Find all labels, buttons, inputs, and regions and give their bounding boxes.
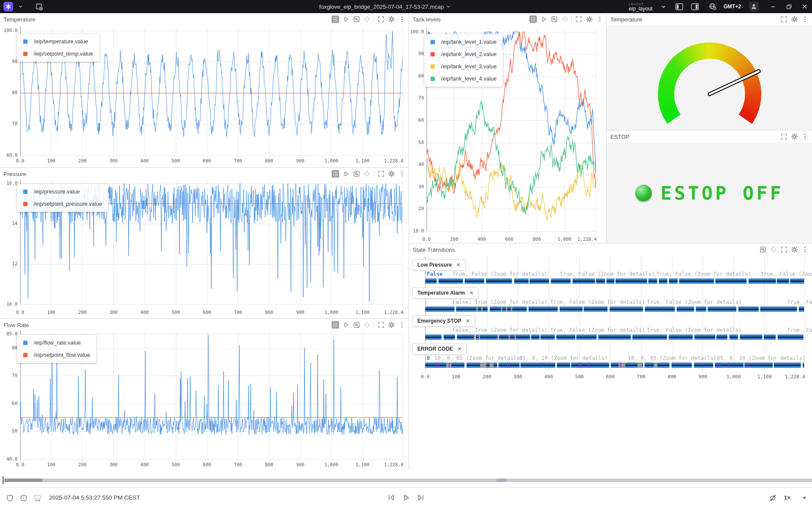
zoom-box-icon[interactable]: [550, 16, 558, 23]
play-icon[interactable]: [342, 16, 350, 23]
add-panel-icon[interactable]: [34, 2, 44, 11]
gear-icon[interactable]: [388, 16, 395, 23]
fullscreen-icon[interactable]: [780, 16, 788, 23]
legend-flow-rate: /eip/flow_rate.value/eip/setpoint_flow.v…: [17, 335, 96, 363]
gear-icon[interactable]: [388, 170, 395, 178]
more-icon[interactable]: [398, 321, 406, 329]
chip-close-icon[interactable]: ✕: [457, 347, 462, 351]
chip-close-icon[interactable]: ✕: [469, 291, 474, 295]
data-integrity-shield-icon[interactable]: [5, 493, 14, 502]
state-row-chip-label: Low Pressure: [417, 262, 452, 268]
legend-item[interactable]: /eip/setpoint_pressure.value: [17, 198, 108, 210]
top-bar: foxglove_eip_bridge_2025-07-04_17-53-27.…: [0, 0, 812, 13]
data-source-title[interactable]: foxglove_eip_bridge_2025-07-04_17-53-27.…: [319, 4, 444, 10]
chip-close-icon[interactable]: ✕: [466, 319, 470, 323]
state-transitions-chart[interactable]: [409, 243, 812, 469]
gear-icon[interactable]: [791, 133, 798, 141]
legend-item[interactable]: /eip/tank_level_1.value: [424, 36, 503, 48]
legend-item-label: /eip/tank_level_4.value: [441, 76, 497, 82]
seek-to-end-button[interactable]: [416, 493, 425, 502]
legend-item[interactable]: /eip/setpoint_temp.value: [17, 48, 99, 60]
gear-icon[interactable]: [585, 16, 593, 23]
series-color-swatch: [430, 64, 435, 69]
legend-temperature: /eip/temperature.value/eip/setpoint_temp…: [17, 34, 99, 62]
panel-title: Tank levels: [413, 16, 441, 23]
gear-icon[interactable]: [791, 246, 798, 254]
user-account-icon[interactable]: [749, 2, 759, 11]
more-icon[interactable]: [398, 170, 406, 178]
fullscreen-icon[interactable]: [377, 170, 385, 178]
legend-item[interactable]: /eip/pressure.value: [17, 186, 108, 198]
legend-item-label: /eip/setpoint_flow.value: [34, 352, 90, 358]
more-icon[interactable]: [801, 246, 808, 254]
close-window-icon[interactable]: [800, 2, 809, 11]
minimize-window-icon[interactable]: [768, 2, 778, 11]
legend-list-icon[interactable]: [332, 170, 339, 178]
zoom-box-icon[interactable]: [353, 16, 360, 23]
app-menu-chevron-icon[interactable]: [16, 2, 25, 11]
gear-icon[interactable]: [791, 16, 798, 23]
crosshair-icon[interactable]: [770, 246, 777, 254]
playback-speed[interactable]: 1×: [784, 488, 791, 507]
more-icon[interactable]: [596, 16, 603, 23]
timezone-globe-icon[interactable]: [708, 2, 718, 11]
restore-window-icon[interactable]: [784, 2, 794, 11]
crosshair-icon[interactable]: [561, 16, 568, 23]
info-icon[interactable]: [19, 493, 28, 502]
play-icon[interactable]: [342, 321, 350, 329]
more-icon[interactable]: [801, 16, 808, 23]
more-icon[interactable]: [801, 133, 808, 141]
timezone-label[interactable]: GMT+2: [724, 4, 741, 10]
loop-playback-off-icon[interactable]: [768, 493, 777, 502]
play-icon[interactable]: [540, 16, 547, 23]
current-timestamp[interactable]: 2025-07-04 5:53:27.550 PM CEST: [49, 488, 140, 507]
zoom-box-icon[interactable]: [353, 321, 360, 329]
fullscreen-icon[interactable]: [377, 321, 385, 329]
legend-list-icon[interactable]: [529, 16, 537, 23]
zoom-box-icon[interactable]: [353, 170, 360, 178]
seek-scrollbar-thumb[interactable]: [496, 479, 507, 482]
legend-item[interactable]: /eip/tank_level_3.value: [424, 60, 503, 73]
left-sidebar-toggle-icon[interactable]: [675, 2, 684, 11]
seek-playhead[interactable]: [3, 476, 4, 484]
data-source-chevron-icon[interactable]: [446, 4, 451, 10]
legend-list-icon[interactable]: [332, 321, 339, 329]
legend-item[interactable]: /eip/tank_level_2.value: [424, 48, 503, 60]
panel-flow-rate-plot: Flow Rate /eip/flow_rate.value/eip/setpo…: [0, 319, 409, 469]
legend-item[interactable]: /eip/setpoint_flow.value: [17, 349, 96, 361]
more-icon[interactable]: [398, 16, 406, 23]
right-sidebar-toggle-icon[interactable]: [690, 2, 700, 11]
zoom-box-icon[interactable]: [759, 246, 766, 254]
state-row-chip[interactable]: Low Pressure✕: [413, 259, 466, 271]
chip-close-icon[interactable]: ✕: [456, 263, 461, 267]
state-row-chip[interactable]: ERROR CODE✕: [413, 343, 466, 355]
state-row-chip[interactable]: Temperature Alarm✕: [413, 287, 479, 299]
crosshair-icon[interactable]: [363, 16, 371, 23]
play-icon[interactable]: [342, 170, 350, 178]
foxglove-app: foxglove_eip_bridge_2025-07-04_17-53-27.…: [0, 0, 812, 507]
fullscreen-icon[interactable]: [780, 133, 788, 141]
foxglove-logo-icon[interactable]: [4, 2, 13, 11]
series-color-swatch: [430, 40, 435, 44]
crosshair-icon[interactable]: [363, 321, 371, 329]
seek-to-start-button[interactable]: [387, 493, 396, 502]
legend-item[interactable]: /eip/temperature.value: [17, 35, 99, 48]
legend-list-icon[interactable]: [332, 16, 339, 23]
fullscreen-icon[interactable]: [575, 16, 582, 23]
legend-item[interactable]: /eip/flow_rate.value: [17, 337, 96, 349]
state-row-chip-label: Temperature Alarm: [417, 290, 465, 296]
crosshair-icon[interactable]: [363, 170, 371, 178]
fullscreen-icon[interactable]: [377, 16, 385, 23]
layout-selector[interactable]: LAYOUT eip_layout: [629, 2, 653, 11]
gear-icon[interactable]: [388, 321, 395, 329]
layout-chevron-icon[interactable]: [659, 2, 668, 11]
speed-chevron-icon[interactable]: [800, 493, 808, 502]
series-color-swatch: [23, 52, 28, 56]
state-row-chip[interactable]: Emergency STOP✕: [413, 315, 475, 327]
play-button[interactable]: [402, 493, 410, 502]
legend-item[interactable]: /eip/tank_level_4.value: [424, 73, 503, 85]
fullscreen-icon[interactable]: [780, 246, 788, 254]
time-range-icon[interactable]: [33, 493, 42, 502]
seek-track[interactable]: [4, 479, 812, 482]
seek-loaded-range: [4, 479, 42, 482]
